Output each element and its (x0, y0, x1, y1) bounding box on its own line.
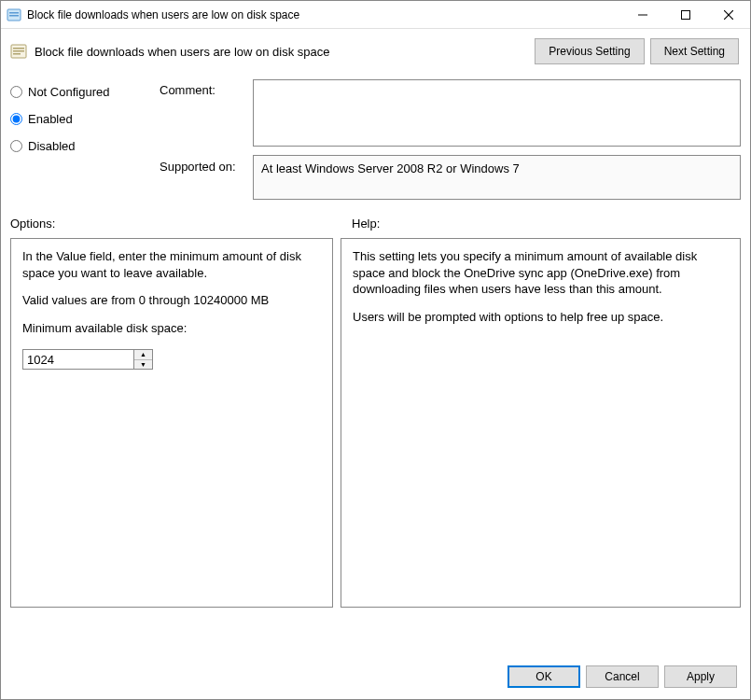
comment-label: Comment: (160, 81, 253, 152)
policy-title: Block file downloads when users are low … (35, 45, 529, 59)
svg-rect-10 (13, 53, 21, 55)
radio-enabled[interactable]: Enabled (10, 112, 160, 126)
options-para-1: In the Value field, enter the minimum am… (22, 248, 321, 281)
footer-buttons: OK Cancel Apply (508, 665, 737, 688)
label-column: Comment: Supported on: (160, 79, 253, 200)
comment-textarea[interactable] (253, 79, 741, 147)
minimize-button[interactable] (621, 1, 664, 28)
min-disk-space-input[interactable] (23, 350, 133, 369)
close-button[interactable] (707, 1, 750, 28)
policy-icon (10, 43, 27, 60)
field-column: At least Windows Server 2008 R2 or Windo… (253, 79, 741, 200)
apply-button[interactable]: Apply (664, 665, 737, 688)
next-setting-button[interactable]: Next Setting (650, 38, 739, 64)
previous-setting-button[interactable]: Previous Setting (535, 38, 644, 64)
header-row: Block file downloads when users are low … (1, 29, 750, 72)
radio-not-configured-input[interactable] (10, 86, 22, 98)
titlebar: Block file downloads when users are low … (1, 1, 750, 29)
panes-row: In the Value field, enter the minimum am… (1, 234, 750, 608)
maximize-button[interactable] (664, 1, 707, 28)
window-controls (621, 1, 750, 28)
svg-rect-8 (13, 48, 24, 49)
cancel-button[interactable]: Cancel (586, 665, 659, 688)
radio-disabled[interactable]: Disabled (10, 139, 160, 153)
options-section-label: Options: (10, 217, 352, 231)
supported-on-text: At least Windows Server 2008 R2 or Windo… (261, 161, 520, 175)
svg-rect-9 (13, 50, 24, 52)
supported-on-box: At least Windows Server 2008 R2 or Windo… (253, 155, 741, 200)
radio-enabled-label: Enabled (28, 112, 73, 126)
state-column: Not Configured Enabled Disabled (10, 79, 160, 200)
help-para-1: This setting lets you specify a minimum … (353, 248, 729, 298)
svg-rect-1 (9, 12, 19, 14)
help-para-2: Users will be prompted with options to h… (353, 309, 729, 326)
min-disk-space-spinbox[interactable]: ▲ ▼ (22, 349, 153, 370)
section-labels: Options: Help: (1, 203, 750, 234)
svg-rect-4 (682, 10, 690, 19)
window-title: Block file downloads when users are low … (27, 8, 621, 21)
options-spin-label: Minimum available disk space: (22, 320, 321, 337)
supported-on-label: Supported on: (160, 152, 253, 197)
app-icon (7, 7, 21, 22)
help-section-label: Help: (352, 217, 741, 231)
radio-disabled-label: Disabled (28, 139, 76, 153)
config-area: Not Configured Enabled Disabled Comment:… (1, 72, 750, 203)
svg-rect-2 (9, 15, 19, 17)
ok-button[interactable]: OK (508, 665, 580, 688)
spinner-buttons: ▲ ▼ (133, 350, 152, 369)
spin-down-button[interactable]: ▼ (134, 360, 152, 370)
options-para-2: Valid values are from 0 through 10240000… (22, 292, 321, 309)
radio-enabled-input[interactable] (10, 113, 22, 125)
radio-not-configured[interactable]: Not Configured (10, 85, 160, 99)
spin-up-button[interactable]: ▲ (134, 350, 152, 360)
options-pane: In the Value field, enter the minimum am… (10, 238, 333, 608)
radio-not-configured-label: Not Configured (28, 85, 109, 99)
help-pane: This setting lets you specify a minimum … (341, 238, 741, 608)
radio-disabled-input[interactable] (10, 140, 22, 152)
